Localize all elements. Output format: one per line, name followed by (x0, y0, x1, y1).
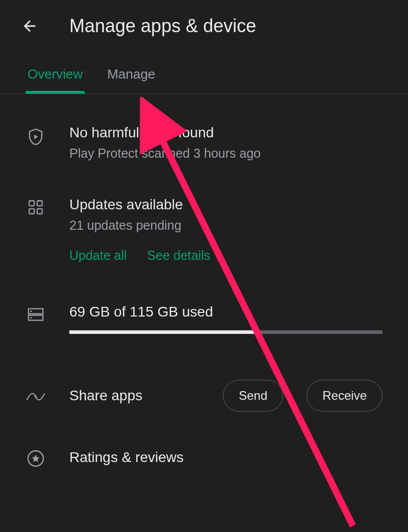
send-button[interactable]: Send (223, 380, 283, 412)
tab-bar: Overview Manage (0, 57, 408, 94)
svg-point-6 (30, 310, 32, 312)
storage-row[interactable]: 69 GB of 115 GB used (26, 304, 382, 334)
updates-title: Updates available (69, 197, 382, 213)
protect-title: No harmful apps found (69, 125, 382, 141)
ratings-label: Ratings & reviews (69, 449, 184, 466)
storage-progress-fill (69, 330, 257, 334)
share-apps-label: Share apps (69, 388, 199, 404)
play-protect-row[interactable]: No harmful apps found Play Protect scann… (26, 125, 382, 161)
page-title: Manage apps & device (69, 15, 256, 37)
tab-manage[interactable]: Manage (105, 57, 157, 93)
receive-button[interactable]: Receive (307, 380, 382, 412)
back-button[interactable] (20, 17, 39, 35)
svg-rect-0 (29, 201, 34, 206)
svg-rect-2 (29, 209, 34, 214)
ratings-reviews-row[interactable]: Ratings & reviews (26, 447, 382, 468)
see-details-link[interactable]: See details (147, 248, 211, 263)
protect-subtitle: Play Protect scanned 3 hours ago (69, 146, 382, 161)
storage-progress (69, 330, 382, 334)
nearby-share-icon (26, 389, 45, 404)
apps-grid-icon (27, 199, 44, 216)
storage-text: 69 GB of 115 GB used (69, 304, 382, 320)
updates-subtitle: 21 updates pending (69, 218, 382, 233)
update-all-link[interactable]: Update all (69, 248, 127, 263)
share-apps-row: Share apps Send Receive (26, 380, 382, 412)
updates-row[interactable]: Updates available 21 updates pending Upd… (26, 197, 382, 263)
svg-rect-1 (37, 201, 42, 206)
arrow-left-icon (21, 17, 38, 35)
svg-point-7 (30, 317, 32, 319)
storage-icon (27, 306, 44, 323)
star-circle-icon (27, 449, 45, 468)
svg-rect-3 (37, 209, 42, 214)
shield-play-icon (27, 127, 45, 147)
tab-overview[interactable]: Overview (26, 57, 85, 93)
